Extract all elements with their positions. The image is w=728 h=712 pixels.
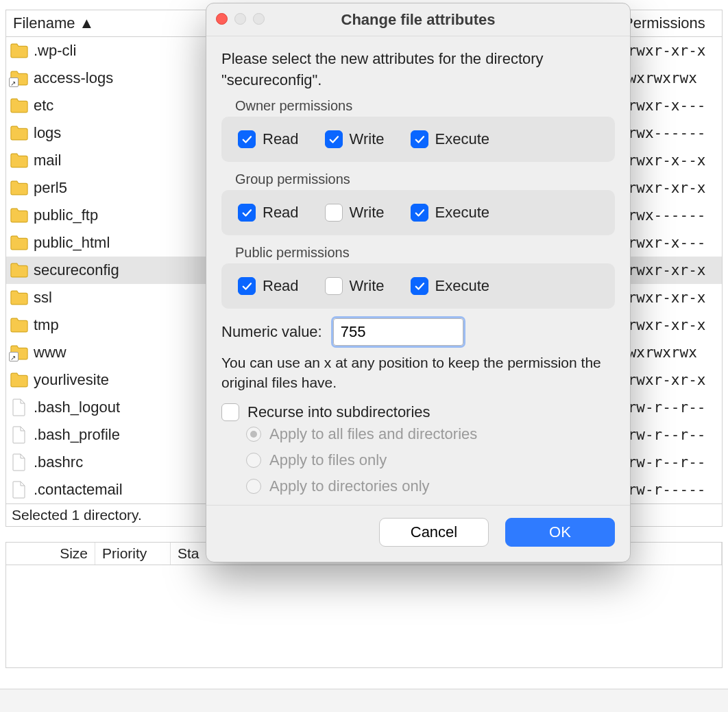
owner-read-checkbox[interactable]: Read xyxy=(238,130,299,148)
dialog-titlebar[interactable]: Change file attributes xyxy=(206,3,630,36)
zoom-icon xyxy=(253,13,265,25)
file-permissions: drwx------ xyxy=(619,125,722,141)
recurse-apply-dirs-radio: Apply to directories only xyxy=(246,477,615,495)
folder-icon xyxy=(8,180,31,195)
change-attributes-dialog: Change file attributes Please select the… xyxy=(206,3,631,562)
numeric-hint: You can use an x at any position to keep… xyxy=(221,353,615,393)
minimize-icon xyxy=(234,13,246,25)
public-read-checkbox[interactable]: Read xyxy=(238,277,299,295)
sort-ascending-icon: ▲ xyxy=(79,14,94,32)
file-permissions: -rw-r--r-- xyxy=(619,427,722,443)
folder-icon xyxy=(8,290,31,305)
file-permissions: drwxr-xr-x xyxy=(619,372,722,388)
folder-icon xyxy=(8,372,31,388)
folder-icon xyxy=(8,318,31,333)
checkbox-icon[interactable] xyxy=(325,277,343,295)
file-permissions: drwxr-xr-x xyxy=(619,180,722,196)
file-permissions: drwx------ xyxy=(619,207,722,224)
file-permissions: rwxrwxrwx xyxy=(619,344,722,361)
checkbox-icon[interactable] xyxy=(411,204,428,222)
folder-icon xyxy=(8,208,31,223)
numeric-value-label: Numeric value: xyxy=(221,323,322,341)
checkbox-label: Read xyxy=(263,204,299,222)
numeric-value-input[interactable] xyxy=(333,318,463,346)
radio-icon xyxy=(246,427,261,442)
folder-icon xyxy=(8,345,31,360)
checkbox-icon[interactable] xyxy=(325,130,343,148)
file-icon xyxy=(8,481,31,499)
file-permissions: -rw-r--r-- xyxy=(619,399,722,416)
public-execute-checkbox[interactable]: Execute xyxy=(411,277,490,295)
checkbox-icon[interactable] xyxy=(411,277,428,295)
file-permissions: drwxr-x--- xyxy=(619,97,722,114)
checkbox-label: Read xyxy=(263,277,299,295)
folder-icon xyxy=(8,71,31,86)
group-permissions-label: Group permissions xyxy=(235,171,615,187)
folder-icon xyxy=(8,263,31,278)
status-bar xyxy=(0,689,728,712)
ok-button[interactable]: OK xyxy=(505,518,615,547)
checkbox-label: Execute xyxy=(435,130,490,148)
folder-icon xyxy=(8,126,31,141)
file-permissions: rwxrwxrwx xyxy=(619,70,722,86)
group-permissions-group: ReadWriteExecute xyxy=(221,190,615,235)
file-permissions: drwxr-xr-x xyxy=(619,317,722,333)
checkbox-label: Write xyxy=(350,130,385,148)
checkbox-label: Execute xyxy=(435,204,490,222)
file-permissions: drwxr-xr-x xyxy=(619,43,722,59)
owner-write-checkbox[interactable]: Write xyxy=(325,130,385,148)
window-controls xyxy=(216,13,265,25)
dialog-title: Change file attributes xyxy=(206,11,630,29)
recurse-label: Recurse into subdirectories xyxy=(247,403,430,421)
radio-icon xyxy=(246,479,261,494)
checkbox-icon[interactable] xyxy=(411,130,428,148)
checkbox-icon[interactable] xyxy=(238,204,256,222)
file-icon xyxy=(8,453,31,471)
checkbox-icon[interactable] xyxy=(238,277,256,295)
file-permissions: -rw-r----- xyxy=(619,482,722,498)
folder-icon xyxy=(8,43,31,58)
recurse-checkbox[interactable] xyxy=(221,403,239,421)
file-permissions: drwxr-xr-x xyxy=(619,262,722,278)
owner-execute-checkbox[interactable]: Execute xyxy=(411,130,490,148)
dialog-instruction: Please select the new attributes for the… xyxy=(221,49,615,91)
checkbox-label: Execute xyxy=(435,277,490,295)
group-write-checkbox[interactable]: Write xyxy=(325,204,385,222)
folder-icon xyxy=(8,153,31,168)
folder-icon xyxy=(8,98,31,113)
public-write-checkbox[interactable]: Write xyxy=(325,277,385,295)
checkbox-icon[interactable] xyxy=(325,204,343,222)
file-icon xyxy=(8,399,31,416)
column-permissions-label: Permissions xyxy=(623,14,705,32)
group-execute-checkbox[interactable]: Execute xyxy=(411,204,490,222)
recurse-apply-files-radio: Apply to files only xyxy=(246,451,615,469)
checkbox-label: Write xyxy=(350,204,385,222)
queue-col-priority[interactable]: Priority xyxy=(95,543,171,565)
file-icon xyxy=(8,426,31,444)
group-read-checkbox[interactable]: Read xyxy=(238,204,299,222)
cancel-button[interactable]: Cancel xyxy=(379,518,489,547)
owner-permissions-label: Owner permissions xyxy=(235,98,615,114)
folder-icon xyxy=(8,235,31,250)
file-permissions: drwxr-x--- xyxy=(619,235,722,251)
file-permissions: -rw-r--r-- xyxy=(619,454,722,471)
file-permissions: drwxr-x--x xyxy=(619,152,722,169)
owner-permissions-group: ReadWriteExecute xyxy=(221,117,615,162)
public-permissions-group: ReadWriteExecute xyxy=(221,263,615,309)
checkbox-label: Read xyxy=(263,130,299,148)
column-permissions[interactable]: Permissions xyxy=(619,10,722,36)
file-permissions: drwxr-xr-x xyxy=(619,289,722,306)
radio-icon xyxy=(246,453,261,468)
transfer-queue[interactable] xyxy=(5,565,723,668)
recurse-apply-all-radio: Apply to all files and directories xyxy=(246,425,615,443)
public-permissions-label: Public permissions xyxy=(235,245,615,261)
close-icon[interactable] xyxy=(216,13,228,25)
checkbox-icon[interactable] xyxy=(238,130,256,148)
column-filename-label: Filename xyxy=(13,14,75,32)
checkbox-label: Write xyxy=(350,277,385,295)
queue-col-size[interactable]: Size xyxy=(6,543,95,565)
